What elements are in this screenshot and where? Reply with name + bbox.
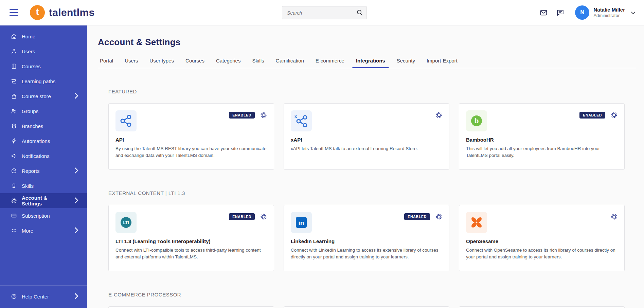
sidebar-item-account-settings[interactable]: Account & Settings [0, 193, 87, 208]
search-icon[interactable] [356, 9, 363, 18]
card-title: OpenSesame [466, 238, 618, 244]
top-right-cluster: N Natalie Miller Administrator [540, 5, 635, 20]
store-bag-icon [11, 93, 17, 99]
profile-menu[interactable]: N Natalie Miller Administrator [575, 5, 635, 20]
enabled-badge: ENABLED [229, 213, 255, 220]
tab-courses[interactable]: Courses [180, 58, 210, 68]
lti-icon: LTI [115, 212, 137, 233]
tab-user-types[interactable]: User types [144, 58, 180, 68]
tab-users[interactable]: Users [119, 58, 144, 68]
sidebar-item-label: Groups [22, 108, 38, 114]
top-bar: t talentlms N Natalie Miller Administrat… [0, 0, 644, 25]
section-heading-featured: FEATURED [108, 89, 625, 94]
discussions-icon[interactable] [556, 9, 564, 17]
sidebar-item-skills[interactable]: Skills [0, 178, 87, 193]
sidebar-item-notifications[interactable]: Notifications [0, 148, 87, 163]
card-xapi: x xAPI xAPI lets TalentLMS talk to an ex… [284, 103, 449, 170]
sidebar-item-label: Subscription [22, 213, 50, 219]
sidebar-item-automations[interactable]: Automations [0, 133, 87, 148]
gear-icon [11, 198, 17, 204]
settings-gear-icon[interactable] [260, 213, 267, 220]
settings-gear-icon[interactable] [611, 112, 618, 119]
section-heading-ecommerce-processor: E-COMMERCE PROCESSOR [108, 292, 625, 297]
tab-portal[interactable]: Portal [98, 58, 119, 68]
linkedin-icon: in [291, 212, 312, 233]
settings-gear-icon[interactable] [611, 213, 618, 220]
tab-integrations[interactable]: Integrations [350, 58, 391, 68]
card-placeholder [284, 306, 449, 308]
tab-gamification[interactable]: Gamification [270, 58, 309, 68]
sidebar-item-label: Automations [22, 138, 50, 144]
card-lti: LTI ENABLED LTI 1.3 (Learning Tools Inte… [108, 205, 274, 271]
card-description: Connect with OpenSesame to access its ri… [466, 247, 618, 260]
card-opensesame: OpenSesame Connect with OpenSesame to ac… [459, 205, 625, 271]
enabled-badge: ENABLED [579, 112, 605, 119]
chevron-right-icon [73, 167, 79, 175]
sidebar-item-more[interactable]: More [0, 223, 87, 238]
help-icon: ? [11, 293, 17, 300]
sidebar-item-label: Courses [22, 64, 41, 69]
chevron-right-icon [73, 227, 79, 234]
svg-text:in: in [299, 219, 304, 227]
main-content: Account & Settings Portal Users User typ… [87, 25, 644, 308]
sidebar-item-users[interactable]: Users [0, 44, 87, 59]
card-bamboohr: b ENABLED BambooHR This will let you add… [459, 103, 625, 170]
logo-badge-icon: t [30, 5, 45, 20]
automation-bolt-icon [11, 138, 17, 144]
sidebar-item-label: Account & Settings [22, 195, 69, 206]
tab-skills[interactable]: Skills [246, 58, 270, 68]
pie-chart-icon [11, 168, 17, 174]
settings-gear-icon[interactable] [435, 213, 442, 220]
grid-dots-icon [11, 228, 17, 234]
card-title: LTI 1.3 (Learning Tools Interoperability… [115, 238, 267, 244]
home-icon [11, 33, 17, 39]
credit-card-icon [11, 213, 17, 219]
chevron-right-icon [73, 93, 79, 100]
settings-tabs: Portal Users User types Courses Categori… [98, 58, 636, 68]
medal-icon [11, 183, 17, 189]
chevron-down-icon [631, 10, 635, 16]
chevron-right-icon [73, 197, 79, 204]
card-title: BambooHR [466, 137, 618, 143]
sidebar-item-groups[interactable]: Groups [0, 104, 87, 119]
talentlms-logo[interactable]: t talentlms [30, 5, 94, 20]
search-input[interactable] [282, 6, 367, 19]
svg-text:?: ? [13, 295, 15, 298]
chevron-right-icon [73, 293, 79, 300]
search-bar [282, 6, 367, 19]
sidebar-item-label: Course store [22, 93, 51, 99]
sidebar-item-branches[interactable]: Branches [0, 119, 87, 133]
sidebar-item-label: Branches [22, 123, 43, 129]
card-description: This will let you add all your employees… [466, 145, 618, 159]
tab-security[interactable]: Security [391, 58, 421, 68]
layers-icon [11, 123, 17, 129]
messages-icon[interactable] [540, 9, 548, 17]
sidebar-item-learning-paths[interactable]: Learning paths [0, 74, 87, 89]
tab-categories[interactable]: Categories [210, 58, 247, 68]
book-icon [11, 63, 17, 69]
card-title: API [115, 137, 267, 143]
tab-import-export[interactable]: Import-Export [421, 58, 463, 68]
sidebar-item-home[interactable]: Home [0, 29, 87, 44]
menu-icon[interactable] [10, 9, 18, 16]
card-description: By using the TalentLMS REST library you … [115, 145, 267, 159]
groups-icon [11, 108, 17, 114]
sidebar: Home Users Courses Learning paths Course… [0, 25, 87, 308]
sidebar-item-courses[interactable]: Courses [0, 59, 87, 74]
settings-gear-icon[interactable] [435, 112, 442, 119]
settings-gear-icon[interactable] [260, 112, 267, 119]
sidebar-item-help-center[interactable]: ? Help Center [0, 289, 87, 304]
sidebar-item-course-store[interactable]: Course store [0, 89, 87, 104]
sidebar-item-subscription[interactable]: Subscription [0, 208, 87, 223]
card-placeholder [108, 306, 274, 308]
card-description: xAPI lets TalentLMS talk to an external … [291, 145, 442, 152]
tab-e-commerce[interactable]: E-commerce [310, 58, 350, 68]
sidebar-item-label: Learning paths [22, 78, 55, 84]
xapi-icon: x [291, 110, 312, 131]
enabled-badge: ENABLED [404, 213, 430, 220]
user-name: Natalie Miller [593, 7, 625, 13]
sidebar-item-reports[interactable]: Reports [0, 163, 87, 178]
avatar: N [575, 5, 589, 20]
opensesame-icon [466, 212, 487, 233]
megaphone-icon [11, 153, 17, 159]
